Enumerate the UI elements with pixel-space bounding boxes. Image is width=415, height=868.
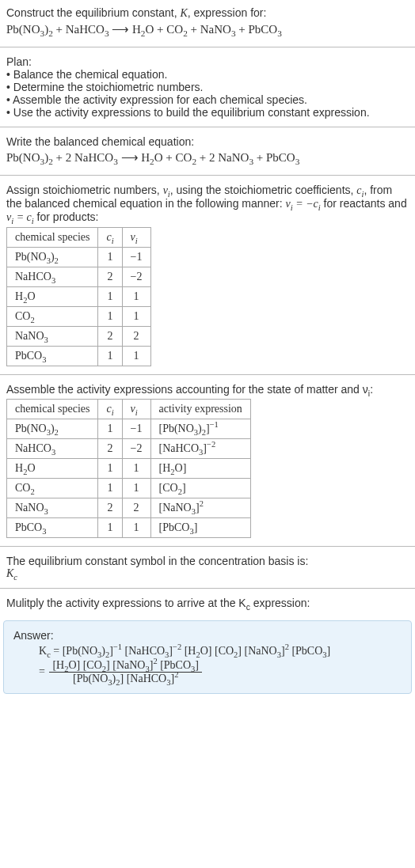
multiply-heading: Mulitply the activity expressions to arr… (6, 597, 409, 609)
plan-block: Plan: • Balance the chemical equation. •… (0, 49, 415, 125)
cell: −1 (122, 419, 150, 439)
cell: [NaNO3]2 (150, 498, 250, 518)
answer-equals: = (39, 665, 48, 677)
cell: NaHCO3 (7, 439, 98, 459)
stoich-text-part: for products: (34, 210, 99, 223)
cell: H2O (7, 459, 98, 479)
plan-item: • Determine the stoichiometric numbers. (6, 81, 409, 93)
divider (0, 546, 415, 547)
fraction-denominator: [Pb(NO3)2] [NaHCO3]2 (49, 673, 202, 685)
intro-suffix: , expression for: (188, 6, 267, 19)
table-row: NaHCO32−2[NaHCO3]−2 (7, 439, 251, 459)
cell: 1 (122, 518, 150, 538)
cell: 1 (98, 479, 122, 498)
stoich-nu: νi (163, 184, 170, 196)
cell: −2 (122, 267, 150, 287)
divider (0, 175, 415, 176)
activity-block: Assemble the activity expressions accoun… (0, 377, 415, 544)
activity-heading: Assemble the activity expressions accoun… (6, 383, 409, 396)
intro-line1: Construct the equilibrium constant, K, e… (6, 6, 409, 20)
col-nui: νi (122, 228, 150, 248)
table-row: NaNO322[NaNO3]2 (7, 498, 251, 518)
balanced-block: Write the balanced chemical equation: Pb… (0, 129, 415, 173)
cell: [CO2] (150, 479, 250, 498)
cell: NaNO3 (7, 498, 98, 518)
cell: Pb(NO3)2 (7, 248, 98, 267)
cell: −2 (122, 439, 150, 459)
cell: NaHCO3 (7, 267, 98, 287)
table-row: CO211 (7, 307, 151, 327)
cell: [PbCO3] (150, 518, 250, 538)
answer-line2: = [H2O] [CO2] [NaNO3]2 [PbCO3] [Pb(NO3)2… (39, 659, 402, 685)
cell: 1 (98, 518, 122, 538)
eq-symbol-line1: The equilibrium constant symbol in the c… (6, 555, 409, 567)
answer-body: Kc = [Pb(NO3)2]−1 [NaHCO3]−2 [H2O] [CO2]… (13, 645, 402, 685)
intro-block: Construct the equilibrium constant, K, e… (0, 0, 415, 45)
plan-item: • Use the activity expressions to build … (6, 106, 409, 119)
answer-label: Answer: (13, 629, 402, 642)
cell: [Pb(NO3)2]−1 (150, 419, 250, 439)
balanced-equation: Pb(NO3)2 + 2 NaHCO3 ⟶ H2O + CO2 + 2 NaNO… (6, 148, 409, 167)
fraction-numerator: [H2O] [CO2] [NaNO3]2 [PbCO3] (49, 659, 202, 673)
divider (0, 374, 415, 375)
cell: 1 (98, 287, 122, 307)
table-header-row: chemical species ci νi activity expressi… (7, 400, 251, 419)
stoich-text-part: , using the stoichiometric coefficients, (170, 184, 357, 196)
col-species: chemical species (7, 228, 98, 248)
table-row: Pb(NO3)21−1 (7, 248, 151, 267)
stoich-table: chemical species ci νi Pb(NO3)21−1 NaHCO… (6, 227, 151, 366)
answer-box: Answer: Kc = [Pb(NO3)2]−1 [NaHCO3]−2 [H2… (3, 620, 412, 694)
stoich-rel: νi = −ci (286, 198, 321, 210)
stoich-text: Assign stoichiometric numbers, νi, using… (6, 184, 409, 224)
divider (0, 47, 415, 47)
activity-table: chemical species ci νi activity expressi… (6, 399, 251, 538)
table-row: NaNO322 (7, 327, 151, 347)
cell: 2 (122, 498, 150, 518)
cell: 2 (98, 498, 122, 518)
cell: 1 (122, 307, 150, 327)
cell: 2 (122, 327, 150, 347)
table-row: PbCO311[PbCO3] (7, 518, 251, 538)
plan-item: • Assemble the activity expression for e… (6, 93, 409, 106)
intro-K: K (180, 7, 187, 19)
table-row: PbCO311 (7, 347, 151, 366)
cell: CO2 (7, 479, 98, 498)
cell: 1 (98, 248, 122, 267)
cell: 2 (98, 439, 122, 459)
cell: 1 (122, 459, 150, 479)
cell: 1 (98, 307, 122, 327)
cell: 1 (122, 479, 150, 498)
cell: 2 (98, 327, 122, 347)
col-species: chemical species (7, 400, 98, 419)
cell: CO2 (7, 307, 98, 327)
table-row: NaHCO32−2 (7, 267, 151, 287)
cell: Pb(NO3)2 (7, 419, 98, 439)
cell: 1 (98, 419, 122, 439)
cell: 2 (98, 267, 122, 287)
divider (0, 127, 415, 127)
cell: 1 (122, 347, 150, 366)
stoich-block: Assign stoichiometric numbers, νi, using… (0, 177, 415, 373)
cell: [NaHCO3]−2 (150, 439, 250, 459)
eq-symbol-block: The equilibrium constant symbol in the c… (0, 548, 415, 586)
col-activity: activity expression (150, 400, 250, 419)
col-ci: ci (98, 400, 122, 419)
cell: PbCO3 (7, 347, 98, 366)
cell: PbCO3 (7, 518, 98, 538)
cell: NaNO3 (7, 327, 98, 347)
multiply-block: Mulitply the activity expressions to arr… (0, 590, 415, 616)
cell: 1 (122, 287, 150, 307)
cell: [H2O] (150, 459, 250, 479)
stoich-rel: νi = ci (6, 211, 34, 223)
answer-fraction: [H2O] [CO2] [NaNO3]2 [PbCO3] [Pb(NO3)2] … (49, 659, 202, 685)
cell: 1 (98, 347, 122, 366)
col-nui: νi (122, 400, 150, 419)
stoich-text-part: for reactants and (321, 197, 407, 210)
cell: 1 (98, 459, 122, 479)
divider (0, 588, 415, 589)
table-row: H2O11[H2O] (7, 459, 251, 479)
answer-line1: Kc = [Pb(NO3)2]−1 [NaHCO3]−2 [H2O] [CO2]… (39, 645, 402, 658)
table-row: CO211[CO2] (7, 479, 251, 498)
balanced-heading: Write the balanced chemical equation: (6, 135, 409, 148)
table-row: Pb(NO3)21−1[Pb(NO3)2]−1 (7, 419, 251, 439)
